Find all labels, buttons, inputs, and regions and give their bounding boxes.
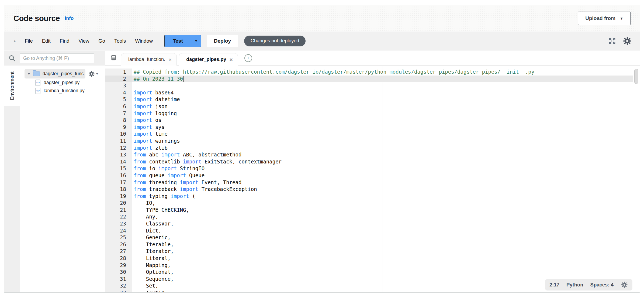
line-number[interactable]: 2 (105, 76, 132, 83)
code-line: 14from contextlib import ExitStack, cont… (105, 158, 640, 165)
menubar: ▲ FileEditFindViewGoToolsWindow Test ▼ D… (4, 32, 640, 50)
token: StringIO (177, 165, 205, 171)
menu-item-find[interactable]: Find (55, 38, 74, 44)
sidebar: Environment ▼ dagster_pipes_funct (4, 51, 105, 292)
line-number[interactable]: 27 (105, 248, 132, 255)
tab-label: dagster_pipes.py (186, 57, 226, 62)
code-text: import os (132, 117, 640, 124)
line-number[interactable]: 17 (105, 179, 132, 186)
close-tab-icon[interactable]: × (229, 57, 233, 62)
token: Literal, (134, 255, 171, 261)
token: json (152, 103, 168, 109)
line-number[interactable]: 5 (105, 96, 132, 103)
settings-gear-icon[interactable] (622, 36, 632, 46)
test-button[interactable]: Test (164, 35, 191, 47)
line-number[interactable]: 33 (105, 289, 132, 292)
line-number[interactable]: 16 (105, 172, 132, 179)
tree-file-row[interactable]: <>lambda_function.py (35, 87, 105, 95)
line-number[interactable]: 31 (105, 276, 132, 283)
line-number[interactable]: 7 (105, 110, 132, 117)
tab-dagster-pipes-py[interactable]: dagster_pipes.py× (179, 53, 238, 66)
code-line: 29 Mapping, (105, 262, 640, 269)
line-number[interactable]: 13 (105, 151, 132, 158)
vertical-scrollbar-thumb[interactable] (634, 69, 638, 84)
python-file-icon: <> (35, 80, 40, 86)
folder-expand-caret-icon[interactable]: ▼ (27, 72, 31, 76)
tree-folder-row[interactable]: ▼ dagster_pipes_funct (25, 69, 85, 78)
code-text: import zlib (132, 145, 640, 152)
line-number[interactable]: 8 (105, 117, 132, 124)
goto-anything-input[interactable] (20, 53, 94, 63)
line-number[interactable]: 19 (105, 193, 132, 200)
token: Event, Thread (198, 179, 241, 185)
test-dropdown-button[interactable]: ▼ (191, 35, 201, 47)
line-number[interactable]: 6 (105, 103, 132, 110)
code-text: Generic, (132, 234, 640, 241)
line-number[interactable]: 26 (105, 241, 132, 248)
code-editor[interactable]: 1## Copied from: https://raw.githubuserc… (105, 66, 640, 292)
line-number[interactable]: 18 (105, 186, 132, 193)
code-text: Optional, (132, 269, 640, 276)
token: from (134, 186, 146, 192)
line-number[interactable]: 14 (105, 158, 132, 165)
environment-strip: Environment (4, 66, 20, 292)
menu-item-window[interactable]: Window (130, 38, 157, 44)
line-number[interactable]: 20 (105, 200, 132, 207)
upload-from-button[interactable]: Upload from ▼ (578, 12, 631, 25)
line-number[interactable]: 1 (105, 69, 132, 76)
line-number[interactable]: 28 (105, 255, 132, 262)
line-number[interactable]: 11 (105, 138, 132, 145)
code-line: 9import sys (105, 124, 640, 131)
code-text: Iterable, (132, 241, 640, 248)
editor-column: lambda_function.×dagster_pipes.py× + 1##… (105, 51, 640, 292)
menu-item-tools[interactable]: Tools (110, 38, 130, 44)
menu-item-view[interactable]: View (74, 38, 94, 44)
environment-tab[interactable]: Environment (4, 66, 20, 106)
deploy-button[interactable]: Deploy (207, 35, 238, 47)
menu-item-go[interactable]: Go (94, 38, 110, 44)
code-text: Dict, (132, 227, 640, 234)
close-tab-icon[interactable]: × (168, 57, 172, 62)
code-line: 17from threading import Event, Thread (105, 179, 640, 186)
line-number[interactable]: 22 (105, 213, 132, 220)
line-number[interactable]: 29 (105, 262, 132, 269)
tree-file-row[interactable]: <>dagster_pipes.py (35, 78, 105, 87)
tab-list-icon[interactable] (110, 54, 117, 62)
token: import (180, 186, 199, 192)
token: base64 (152, 90, 174, 95)
code-text: ## Copied from: https://raw.githubuserco… (132, 69, 640, 76)
line-number[interactable]: 30 (105, 269, 132, 276)
code-line: 20 IO, (105, 200, 640, 207)
line-number[interactable]: 9 (105, 124, 132, 131)
line-number[interactable]: 4 (105, 89, 132, 96)
language-mode[interactable]: Python (566, 282, 583, 288)
line-number[interactable]: 3 (105, 82, 132, 89)
new-tab-plus-icon[interactable]: + (244, 54, 252, 62)
tab-bar: lambda_function.×dagster_pipes.py× + (105, 51, 640, 66)
collapse-panel-icon[interactable]: ▲ (13, 39, 16, 43)
menu-item-file[interactable]: File (20, 38, 37, 44)
tree-settings-gear-icon[interactable]: ▾ (88, 70, 98, 77)
token: threading (146, 179, 180, 185)
tab-lambda-function-[interactable]: lambda_function.× (121, 53, 177, 66)
test-split-button: Test ▼ (164, 35, 201, 47)
cursor-position[interactable]: 2:17 (549, 282, 559, 288)
line-number[interactable]: 32 (105, 282, 132, 289)
info-link[interactable]: Info (65, 16, 74, 21)
text-cursor (183, 76, 183, 82)
line-number[interactable]: 25 (105, 234, 132, 241)
indent-setting[interactable]: Spaces: 4 (590, 282, 614, 288)
fullscreen-icon[interactable] (608, 37, 617, 45)
chevron-down-icon: ▾ (96, 72, 98, 76)
line-number[interactable]: 24 (105, 227, 132, 234)
token: ## Copied from: https://raw.githubuserco… (134, 69, 534, 75)
line-number[interactable]: 23 (105, 220, 132, 227)
line-number[interactable]: 12 (105, 145, 132, 152)
line-number[interactable]: 10 (105, 131, 132, 138)
token: os (152, 117, 161, 123)
token: ## On 2023-11-30 (134, 76, 183, 82)
line-number[interactable]: 15 (105, 165, 132, 172)
menu-item-edit[interactable]: Edit (37, 38, 55, 44)
editor-settings-gear-icon[interactable] (621, 281, 628, 289)
line-number[interactable]: 21 (105, 207, 132, 214)
